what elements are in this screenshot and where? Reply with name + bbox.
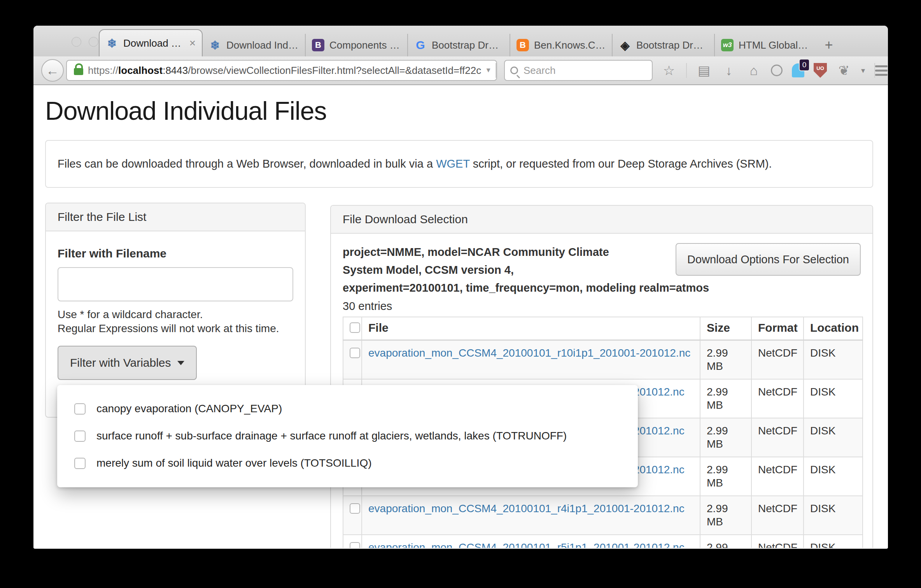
ghostery-badge: 0: [799, 59, 810, 71]
row-checkbox[interactable]: [350, 542, 360, 548]
filter-with-variables-button[interactable]: Filter with Variables: [58, 346, 197, 380]
location-cell: DISK: [804, 535, 863, 548]
variable-label: surface runoff + sub-surface drainage + …: [96, 430, 567, 442]
search-input[interactable]: [523, 64, 646, 77]
wildcard-help-text: Use * for a wildcard character.: [58, 308, 293, 322]
page-title: Download Individual Files: [45, 96, 326, 126]
google-g-icon: G: [414, 39, 427, 51]
minimize-window-button[interactable]: [89, 37, 98, 47]
size-cell: 2.99 MB: [700, 457, 751, 496]
location-cell: DISK: [804, 457, 863, 496]
home-icon[interactable]: ⌂: [746, 63, 762, 78]
format-cell: NetCDF: [751, 457, 804, 496]
location-cell: DISK: [804, 340, 863, 380]
format-cell: NetCDF: [751, 535, 804, 548]
tab-ben-knows-code[interactable]: B Ben.Knows.Cod...: [510, 34, 612, 56]
variable-checkbox[interactable]: [74, 403, 86, 415]
variable-label: merely sum of soil liquid water over lev…: [96, 457, 371, 469]
filter-panel-heading: Filter the File List: [46, 203, 305, 231]
column-header-file: File: [362, 317, 700, 340]
reload-icon[interactable]: ↻: [496, 63, 497, 78]
filter-with-variables-label: Filter with Variables: [70, 356, 171, 369]
back-button[interactable]: ←: [41, 59, 64, 82]
filename-filter-input[interactable]: [58, 267, 293, 301]
navigation-toolbar: ← https://localhost:8443/browse/viewColl…: [33, 56, 888, 85]
file-link[interactable]: evaporation_mon_CCSM4_20100101_r5i1p1_20…: [368, 541, 685, 548]
variable-checkbox[interactable]: [74, 430, 86, 442]
w3schools-icon: w3: [721, 39, 734, 51]
variable-label: canopy evaporation (CANOPY_EVAP): [96, 402, 282, 415]
url-scheme: https://: [88, 65, 118, 77]
intro-well: Files can be downloaded through a Web Br…: [45, 140, 873, 188]
tab-title: Ben.Knows.Cod...: [534, 39, 606, 51]
size-cell: 2.99 MB: [700, 340, 751, 380]
selection-panel-heading: File Download Selection: [331, 206, 872, 234]
wget-link[interactable]: WGET: [436, 158, 469, 170]
bookmark-star-icon[interactable]: ☆: [661, 63, 677, 78]
row-checkbox[interactable]: [350, 348, 360, 358]
variable-option[interactable]: merely sum of soil liquid water over lev…: [57, 450, 638, 477]
select-all-checkbox[interactable]: [350, 322, 360, 333]
format-cell: NetCDF: [751, 496, 804, 535]
chevron-down-icon: [177, 361, 184, 365]
file-link[interactable]: evaporation_mon_CCSM4_20100101_r10i1p1_2…: [368, 347, 690, 359]
format-cell: NetCDF: [751, 340, 804, 380]
variable-option[interactable]: canopy evaporation (CANOPY_EVAP): [57, 395, 638, 422]
search-bar[interactable]: [504, 60, 653, 81]
tab-title: HTML Global tab...: [739, 39, 810, 51]
tab-download-individual-2[interactable]: ❄ Download Indivi...: [203, 34, 305, 56]
tab-title: Download Indivi...: [226, 39, 299, 51]
row-checkbox[interactable]: [350, 503, 360, 514]
column-header-format: Format: [751, 317, 804, 340]
file-link[interactable]: evaporation_mon_CCSM4_20100101_r4i1p1_20…: [368, 502, 685, 514]
entries-count: 30 entries: [343, 300, 861, 313]
close-window-button[interactable]: [72, 37, 81, 47]
table-row: evaporation_mon_CCSM4_20100101_r4i1p1_20…: [343, 496, 863, 535]
new-tab-button[interactable]: +: [816, 34, 841, 56]
size-cell: 2.99 MB: [700, 379, 751, 418]
variable-checkbox[interactable]: [74, 458, 86, 469]
file-download-selection-panel: File Download Selection Download Options…: [330, 205, 873, 548]
blogger-icon: B: [517, 39, 529, 51]
menu-hamburger-icon[interactable]: [875, 65, 888, 76]
tab-components-bootstrap[interactable]: B Components · B...: [305, 34, 407, 56]
format-cell: NetCDF: [751, 418, 804, 457]
bootstrap-diamond-icon: ◈: [619, 39, 631, 51]
overflow-caret-icon[interactable]: ▾: [861, 66, 865, 75]
tab-html-global[interactable]: w3 HTML Global tab...: [714, 34, 816, 56]
url-history-dropdown-icon[interactable]: ▼: [481, 66, 496, 74]
ghostery-icon[interactable]: 0: [792, 63, 804, 77]
column-header-location: Location: [804, 317, 863, 340]
size-cell: 2.99 MB: [700, 535, 751, 548]
tab-strip: ❄ Download In... × ❄ Download Indivi... …: [99, 26, 841, 56]
ublock-origin-icon[interactable]: UO: [814, 63, 827, 78]
download-options-button[interactable]: Download Options For Selection: [676, 243, 861, 276]
select-all-cell: [343, 317, 362, 340]
table-row: evaporation_mon_CCSM4_20100101_r5i1p1_20…: [343, 535, 863, 548]
location-cell: DISK: [804, 379, 863, 418]
table-row: evaporation_mon_CCSM4_20100101_r10i1p1_2…: [343, 340, 863, 380]
location-cell: DISK: [804, 418, 863, 457]
browser-window: ❄ Download In... × ❄ Download Indivi... …: [33, 26, 888, 549]
close-tab-icon[interactable]: ×: [189, 37, 196, 49]
hello-chat-icon[interactable]: [771, 65, 783, 76]
url-path: /browse/viewCollectionFilesFilter.html?s…: [188, 65, 481, 77]
variable-option[interactable]: surface runoff + sub-surface drainage + …: [57, 422, 638, 450]
tab-title: Bootstrap Dropd...: [636, 39, 708, 51]
intro-text-before: Files can be downloaded through a Web Br…: [58, 158, 436, 170]
toolbar-icons: ☆ ▤ ↓ ⌂ 0 UO ❦ ▾: [661, 63, 875, 78]
filename-filter-label: Filter with Filename: [58, 247, 293, 260]
https-lock-icon[interactable]: [74, 68, 83, 75]
tab-bootstrap-dropdown-2[interactable]: ◈ Bootstrap Dropd...: [612, 34, 714, 56]
tab-bootstrap-dropdown-google[interactable]: G Bootstrap Dropd...: [407, 34, 510, 56]
downloads-icon[interactable]: ↓: [721, 63, 737, 78]
url-bar[interactable]: https://localhost:8443/browse/viewCollec…: [66, 60, 497, 81]
extension-plant-icon[interactable]: ❦: [836, 63, 852, 78]
search-icon: [510, 66, 518, 74]
table-header-row: File Size Format Location: [343, 317, 863, 340]
tab-download-individual-active[interactable]: ❄ Download In... ×: [99, 29, 203, 56]
tab-title: Bootstrap Dropd...: [432, 39, 503, 51]
tab-title: Download In...: [123, 37, 183, 49]
reading-list-icon[interactable]: ▤: [696, 63, 712, 78]
location-cell: DISK: [804, 496, 863, 535]
